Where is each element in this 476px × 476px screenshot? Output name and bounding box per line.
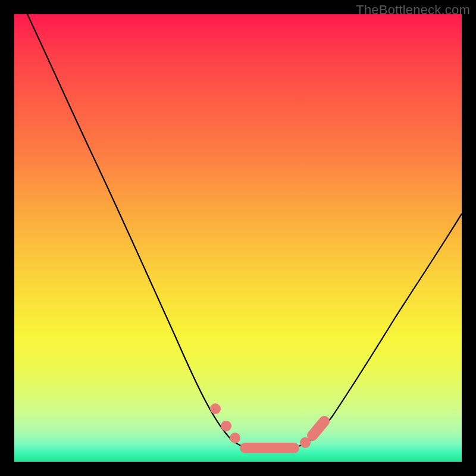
marker-dot: [230, 433, 240, 443]
curve-overlay: [14, 14, 462, 462]
plot-area: [14, 14, 462, 462]
watermark-text: TheBottleneck.com: [356, 2, 470, 18]
marker-right-segment: [312, 421, 324, 436]
chart-container: TheBottleneck.com: [0, 0, 476, 476]
marker-dot: [210, 403, 221, 414]
marker-dot: [221, 421, 231, 431]
bottleneck-curve: [27, 14, 462, 449]
